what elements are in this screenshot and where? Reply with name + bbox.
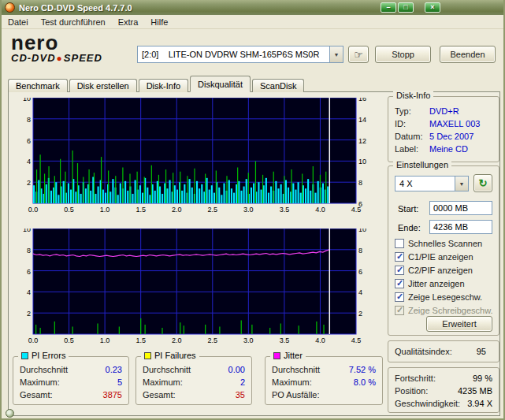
svg-text:2.0: 2.0 [172, 206, 182, 214]
menu-hilfe[interactable]: Hilfe [144, 16, 174, 28]
checkbox-fast-scan-label: Schnelles Scannen [408, 239, 482, 248]
checkbox-c1-pie[interactable]: C1/PIE anzeigen [395, 252, 473, 262]
checkbox-jitter-label: Jitter anzeigen [408, 279, 465, 288]
menu-extra[interactable]: Extra [112, 16, 145, 28]
jitter-panel-caption: Jitter [270, 351, 306, 360]
eject-hand-button[interactable]: ☞ [348, 46, 369, 63]
svg-text:2.5: 2.5 [208, 336, 218, 344]
disk-date-label: Datum: [395, 132, 422, 141]
svg-text:8: 8 [27, 116, 31, 124]
progress-group: Fortschritt:99 % Position:4235 MB Geschw… [388, 367, 499, 413]
svg-text:0.5: 0.5 [64, 206, 74, 214]
pi-failures-panel-caption: PI Failures [141, 351, 199, 360]
svg-text:4.5: 4.5 [351, 336, 362, 344]
advanced-button[interactable]: Erweitert [426, 316, 492, 332]
menu-test-durchfuehren[interactable]: Test durchführen [35, 16, 112, 28]
svg-text:6: 6 [27, 137, 31, 145]
svg-text:2.5: 2.5 [208, 206, 218, 214]
jitter-avg-label: Durchschnitt [272, 365, 320, 374]
po-failures-label: PO Ausfälle: [272, 390, 320, 400]
minimize-button[interactable]: – [381, 2, 396, 13]
svg-text:1.5: 1.5 [136, 206, 146, 214]
pi-errors-total-label: Gesamt: [20, 390, 53, 400]
jitter-avg-value: 7.52 % [349, 365, 376, 374]
quit-button[interactable]: Beenden [440, 46, 496, 63]
drive-select-value: [2:0] LITE-ON DVDRW SHM-165P6S MS0R [138, 46, 329, 62]
tab-benchmark[interactable]: Benchmark [8, 79, 68, 92]
speed-select-value: 4 X [395, 177, 455, 191]
tab-disk-info[interactable]: Disk-Info [139, 79, 188, 92]
svg-text:2: 2 [27, 310, 31, 318]
quality-index-value: 95 [477, 347, 486, 356]
chevron-down-icon[interactable]: ▼ [455, 177, 468, 191]
speed-value: 3.94 X [467, 399, 492, 408]
disk-label-value: Meine CD [429, 144, 468, 154]
checkbox-box[interactable] [395, 292, 404, 302]
tabstrip: Benchmark Disk erstellen Disk-Info Diskq… [8, 76, 306, 92]
speed-select[interactable]: 4 X ▼ [395, 176, 469, 191]
tab-disk-erstellen[interactable]: Disk erstellen [69, 79, 137, 92]
svg-text:4: 4 [27, 158, 31, 165]
tab-diskqualitaet[interactable]: Diskqualität [190, 76, 251, 92]
refresh-button[interactable]: ↻ [473, 174, 492, 192]
pi-failures-total-label: Gesamt: [143, 390, 176, 400]
disk-type-value: DVD+R [429, 106, 459, 116]
checkbox-box[interactable] [395, 252, 404, 262]
jitter-max-value: 8.0 % [354, 377, 376, 387]
pi-errors-avg-label: Durchschnitt [20, 365, 68, 374]
disk-type-label: Typ: [395, 106, 411, 116]
stop-button[interactable]: Stopp [375, 46, 431, 63]
svg-text:6: 6 [27, 268, 31, 276]
pi-failures-panel-title: PI Failures [154, 351, 196, 360]
pi-failures-avg-value: 0.00 [228, 365, 245, 374]
svg-text:4.0: 4.0 [315, 206, 325, 214]
titlebar: Nero CD-DVD Speed 4.7.7.0 – □ × [2, 0, 505, 15]
app-window: Nero CD-DVD Speed 4.7.7.0 – □ × Datei Te… [0, 0, 505, 420]
checkbox-jitter[interactable]: Jitter anzeigen [395, 279, 465, 288]
checkbox-c2-pif[interactable]: C2/PIF anzeigen [395, 266, 473, 275]
status-disc-icon [6, 409, 14, 418]
svg-text:10: 10 [358, 229, 366, 233]
jitter-legend-icon [273, 352, 280, 359]
menubar: Datei Test durchführen Extra Hilfe [2, 15, 505, 29]
checkbox-show-read-speed[interactable]: Zeige Lesegeschw. [395, 292, 482, 302]
jitter-panel-title: Jitter [284, 351, 303, 360]
checkbox-show-read-speed-label: Zeige Lesegeschw. [408, 292, 482, 302]
disk-info-group-title: Disk-Info [393, 91, 433, 100]
start-input[interactable]: 0000 MB [429, 201, 492, 215]
disk-info-group: Disk-Info Typ:DVD+R ID:MAXELL 003 Datum:… [388, 96, 499, 162]
close-button[interactable]: × [425, 2, 440, 13]
svg-text:10: 10 [23, 229, 31, 233]
svg-text:8: 8 [358, 247, 362, 255]
tab-scandisk[interactable]: ScanDisk [252, 79, 304, 92]
svg-text:0.0: 0.0 [28, 206, 39, 214]
drive-select[interactable]: [2:0] LITE-ON DVDRW SHM-165P6S MS0R ▼ [137, 46, 343, 63]
maximize-button[interactable]: □ [398, 2, 414, 13]
menu-datei[interactable]: Datei [2, 16, 35, 28]
svg-text:6: 6 [358, 268, 362, 276]
checkbox-box[interactable] [395, 239, 404, 248]
checkbox-box[interactable] [395, 279, 404, 288]
svg-text:2.0: 2.0 [172, 336, 182, 344]
pi-errors-legend-icon [21, 352, 28, 359]
svg-text:3.5: 3.5 [280, 206, 290, 214]
pi-errors-panel-title: PI Errors [32, 351, 65, 360]
pi-errors-max-value: 5 [117, 377, 122, 387]
pi-errors-max-label: Maximum: [20, 377, 60, 387]
checkbox-fast-scan[interactable]: Schnelles Scannen [395, 239, 482, 248]
disk-label-label: Label: [395, 144, 418, 154]
svg-text:1.5: 1.5 [136, 336, 146, 344]
settings-group-title: Einstellungen [393, 160, 451, 169]
pi-failures-avg-label: Durchschnitt [143, 365, 191, 374]
svg-text:3.0: 3.0 [243, 336, 254, 344]
pi-failures-panel: PI Failures Durchschnitt0.00 Maximum:2 G… [136, 356, 252, 405]
svg-text:3.5: 3.5 [280, 336, 290, 344]
svg-text:4.5: 4.5 [351, 206, 362, 214]
svg-text:1.0: 1.0 [100, 336, 110, 344]
checkbox-box[interactable] [395, 266, 404, 275]
hand-icon: ☞ [354, 49, 363, 61]
disk-id-value: MAXELL 003 [429, 119, 480, 128]
end-input[interactable]: 4236 MB [429, 220, 492, 234]
nero-brand-text: nero [11, 33, 102, 52]
chevron-down-icon[interactable]: ▼ [329, 46, 343, 62]
